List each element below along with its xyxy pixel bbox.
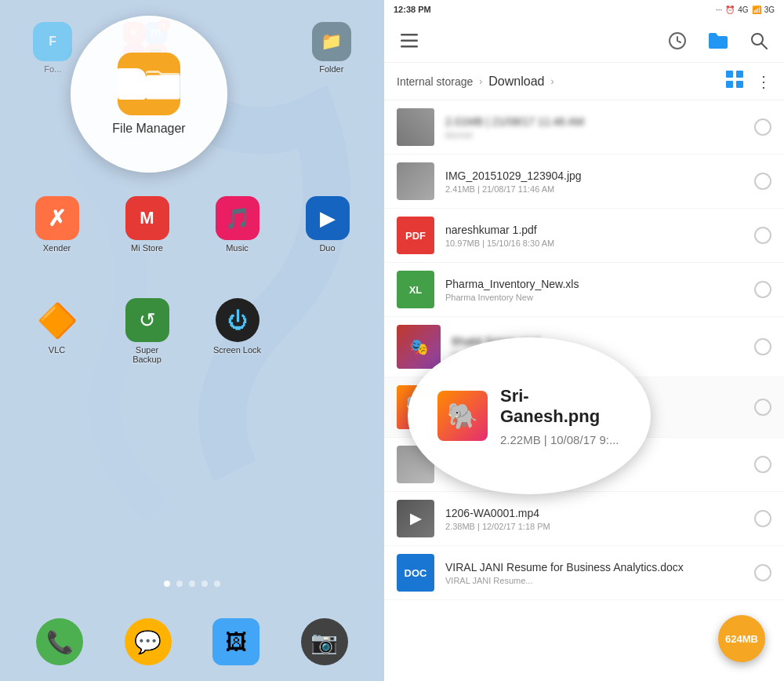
app-vlc[interactable]: 🔶 VLC <box>16 298 98 364</box>
ganesh-circle-info: Sri-Ganesh.png 2.22MB | 10/08/17 9:... <box>500 386 621 446</box>
app-label-xender: Xender <box>43 243 71 253</box>
file-info-xls: Pharma_Inventory_New.xls Pharma Inventor… <box>445 278 746 302</box>
app-mistore[interactable]: M Mi Store <box>106 196 188 253</box>
file-info-1: 2.01MB | 21/08/17 11:46 AM blurred <box>445 115 746 140</box>
more-options-icon[interactable]: ⋮ <box>756 72 771 91</box>
app-label-screenlock: Screen Lock <box>213 345 261 355</box>
app-music[interactable]: 🎵 Music <box>196 196 278 253</box>
file-thumb-vid2: ▶ <box>397 500 434 537</box>
file-meta-xls: Pharma Inventory New <box>445 293 746 302</box>
svg-rect-8 <box>736 71 743 78</box>
file-item-doc[interactable]: DOC VIRAL JANI Resume for Business Analy… <box>384 546 784 600</box>
app-icon-fo: F <box>33 22 72 61</box>
file-select-vid1[interactable] <box>754 338 771 355</box>
ganesh-circle-content: 🐘 Sri-Ganesh.png 2.22MB | 10/08/17 9:... <box>426 386 633 446</box>
home-screen: F Fo... K m 1 📷 🅰 📁 Folder <box>0 0 384 681</box>
alarm-icon: ⏰ <box>725 5 735 14</box>
file-select-vid2[interactable] <box>754 510 771 527</box>
ganesh-circle-name: Sri-Ganesh.png <box>500 386 621 427</box>
ganesh-circle-thumb: 🐘 <box>437 391 488 441</box>
hamburger-menu-icon[interactable] <box>397 28 422 53</box>
file-manager-highlight[interactable]: File Manager <box>71 16 227 173</box>
app-icon-mistore: M <box>125 196 169 240</box>
file-item-xls[interactable]: XL Pharma_Inventory_New.xls Pharma Inven… <box>384 263 784 317</box>
app-icon-xender: ✗ <box>35 196 79 240</box>
breadcrumb-arrow-1: › <box>479 76 482 87</box>
app-icon-music: 🎵 <box>216 196 260 240</box>
folder-icon[interactable] <box>706 28 731 53</box>
file-meta-vid2: 2.38MB | 12/02/17 1:18 PM <box>445 522 746 531</box>
app-icon-vlc: 🔶 <box>35 298 79 342</box>
file-name-xls: Pharma_Inventory_New.xls <box>445 278 746 290</box>
file-select-pdf[interactable] <box>754 227 771 244</box>
file-name-img: IMG_20151029_123904.jpg <box>445 169 746 182</box>
dot-1 <box>164 581 170 587</box>
file-thumb-1 <box>397 108 434 146</box>
file-info-pdf: nareshkumar 1.pdf 10.97MB | 15/10/16 8:3… <box>445 224 746 248</box>
file-select-1[interactable] <box>754 118 771 136</box>
file-item-pdf[interactable]: PDF nareshkumar 1.pdf 10.97MB | 15/10/16… <box>384 209 784 263</box>
file-manager-icon <box>118 53 180 115</box>
grid-view-icon[interactable] <box>726 71 743 92</box>
dot-4 <box>201 581 208 587</box>
file-info-img: IMG_20151029_123904.jpg 2.41MB | 21/08/1… <box>445 169 746 194</box>
app-superbackup[interactable]: ↺ SuperBackup <box>106 298 188 364</box>
file-manager-panel: 12:38 PM ··· ⏰ 4G 📶 3G <box>384 0 784 681</box>
file-manager-label: File Manager <box>112 122 185 136</box>
svg-rect-10 <box>736 81 743 88</box>
app-label-fo: Fo... <box>44 64 61 74</box>
file-meta-1: blurred <box>445 130 746 140</box>
ganesh-circle-meta: 2.22MB | 10/08/17 9:... <box>500 433 621 446</box>
search-icon[interactable] <box>746 28 771 53</box>
svg-rect-3 <box>401 46 418 48</box>
signal-dots: ··· <box>716 5 722 14</box>
wifi-icon: 📶 <box>752 5 761 14</box>
breadcrumb-internal-storage[interactable]: Internal storage <box>397 75 473 88</box>
status-bar: 12:38 PM ··· ⏰ 4G 📶 3G <box>384 0 784 19</box>
file-name-vid2: 1206-WA0001.mp4 <box>445 507 746 519</box>
file-item-1[interactable]: 2.01MB | 21/08/17 11:46 AM blurred <box>384 100 784 155</box>
file-select-xls[interactable] <box>754 281 771 298</box>
file-name-doc: VIRAL JANI Resume for Business Analytics… <box>445 561 746 574</box>
page-dots <box>0 581 384 587</box>
app-label-superbackup: SuperBackup <box>132 345 162 364</box>
breadcrumb-bar: Internal storage › Download › ⋮ <box>384 63 784 100</box>
network-3g-icon: 3G <box>764 5 775 14</box>
ganesh-magnify-circle: 🐘 Sri-Ganesh.png 2.22MB | 10/08/17 9:... <box>408 337 651 494</box>
dot-5 <box>214 581 220 587</box>
file-item-vid2[interactable]: ▶ 1206-WA0001.mp4 2.38MB | 12/02/17 1:18… <box>384 492 784 546</box>
file-info-vid2: 1206-WA0001.mp4 2.38MB | 12/02/17 1:18 P… <box>445 507 746 531</box>
network-4g-icon: 4G <box>738 5 748 14</box>
file-thumb-img <box>397 162 434 200</box>
svg-rect-7 <box>726 71 733 78</box>
breadcrumb-download[interactable]: Download <box>488 75 544 89</box>
file-select-7[interactable] <box>754 456 771 473</box>
fab-storage[interactable]: 624MB <box>718 615 765 662</box>
app-xender[interactable]: ✗ Xender <box>16 196 98 253</box>
app-screenlock[interactable]: ⏻ Screen Lock <box>196 298 278 364</box>
app-label-music: Music <box>226 243 249 253</box>
file-item-img[interactable]: IMG_20151029_123904.jpg 2.41MB | 21/08/1… <box>384 155 784 209</box>
dock-messages[interactable]: 💬 <box>125 618 172 665</box>
file-select-doc[interactable] <box>754 564 771 581</box>
file-thumb-xls: XL <box>397 271 434 308</box>
dock-gallery[interactable]: 🖼 <box>212 618 260 665</box>
app-item-fo[interactable]: F Fo... <box>33 22 72 74</box>
file-meta-pdf: 10.97MB | 15/10/16 8:30 AM <box>445 239 746 248</box>
app-label-vlc: VLC <box>49 345 65 355</box>
file-select-ganesh[interactable] <box>754 399 771 416</box>
dock-phone[interactable]: 📞 <box>36 618 83 665</box>
file-thumb-doc: DOC <box>397 554 434 592</box>
file-name-pdf: nareshkumar 1.pdf <box>445 224 746 236</box>
history-icon[interactable] <box>665 28 690 53</box>
app-icon-folder: 📁 <box>312 22 351 61</box>
app-row-3: 🔶 VLC ↺ SuperBackup ⏻ Screen Lock <box>8 290 376 372</box>
dock: 📞 💬 🖼 📷 <box>16 618 368 665</box>
dock-camera[interactable]: 📷 <box>301 618 348 665</box>
file-select-img[interactable] <box>754 173 771 190</box>
app-duo[interactable]: ▶ Duo <box>286 196 368 253</box>
svg-line-6 <box>761 43 767 49</box>
app-item-folder[interactable]: 📁 Folder <box>312 22 351 74</box>
dot-2 <box>176 581 183 587</box>
app-label-folder: Folder <box>319 64 343 74</box>
